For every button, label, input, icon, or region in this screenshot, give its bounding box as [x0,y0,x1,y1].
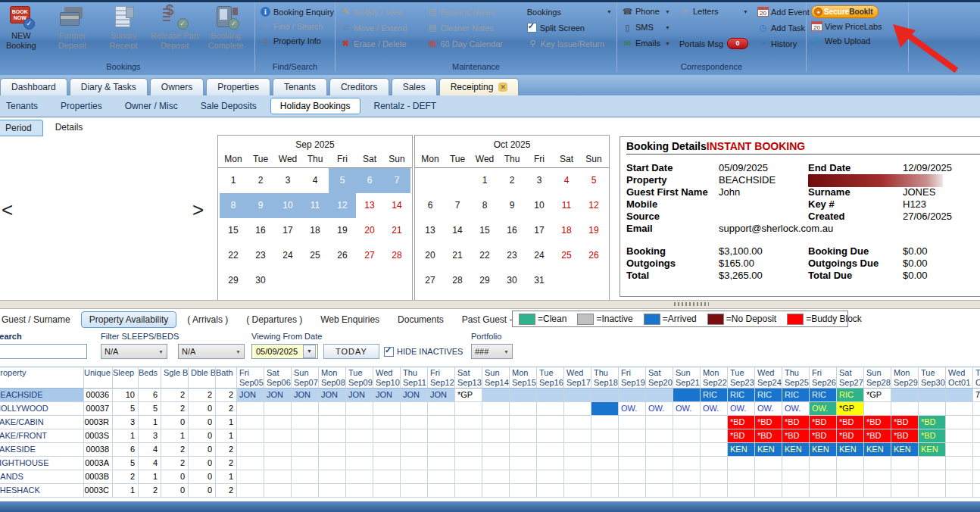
grid-booking-cell[interactable] [646,470,673,484]
grid-booking-cell[interactable]: OW. [782,402,810,416]
grid-booking-cell[interactable] [482,429,510,443]
grid-booking-cell[interactable] [455,416,482,429]
grid-header-date-oct02[interactable]: ThuOct02 [973,367,980,389]
grid-booking-cell[interactable] [864,402,891,416]
calendar-day[interactable]: 30 [247,268,274,293]
grid-booking-cell[interactable] [591,429,619,443]
calendar-day[interactable]: 15 [220,218,247,243]
grid-booking-cell[interactable] [701,416,728,429]
grid-header-sleep[interactable]: Sleep [113,367,139,389]
property-name-cell[interactable]: BEACHSIDE [0,389,84,402]
grid-booking-cell[interactable] [946,402,973,416]
grid-booking-cell[interactable]: KEN [782,443,810,457]
grid-booking-cell[interactable]: JON [401,389,428,402]
grid-row-lake-cabin[interactable]: LAKE/CABIN0003R31001*BD*BD*BD*BD*BD*BD*B… [0,416,980,429]
grid-booking-cell[interactable] [564,416,591,429]
calendar-day[interactable]: 28 [383,243,410,268]
grid-booking-cell[interactable] [564,470,591,484]
grid-booking-cell[interactable] [946,416,973,429]
add-task-button[interactable]: ◷ Add Task [757,21,804,34]
grid-booking-cell[interactable] [401,443,428,457]
grid-booking-cell[interactable]: JON [428,389,455,402]
grid-booking-cell[interactable]: *BD [810,416,837,429]
calendar-day[interactable]: 7 [444,193,471,218]
grid-booking-cell[interactable] [510,484,537,498]
portals-msg-button[interactable]: Portals Msg 0 [679,37,748,50]
grid-booking-cell[interactable] [537,389,564,402]
grid-booking-cell[interactable]: OW. [646,402,673,416]
grid-booking-cell[interactable] [810,484,837,498]
subtab-holiday-bookings[interactable]: Holiday Bookings [270,98,360,114]
grid-booking-cell[interactable] [919,470,946,484]
grid-header-date-sep14[interactable]: SunSep14 [482,367,510,389]
grid-booking-cell[interactable] [510,402,537,416]
calendar-day[interactable]: 20 [417,243,444,268]
calendar-day[interactable]: 29 [220,268,247,293]
grid-booking-cell[interactable] [728,457,755,470]
grid-booking-cell[interactable] [537,457,564,470]
calendar-day[interactable]: 11 [301,193,329,218]
grid-header-date-sep09[interactable]: TueSep09 [346,367,373,389]
grid-header-date-sep30[interactable]: TueSep30 [919,367,946,389]
grid-header-date-sep26[interactable]: FriSep26 [810,367,837,389]
grid-booking-cell[interactable] [946,484,973,498]
grid-header-sgle-bed[interactable]: Sgle Bed [161,367,189,389]
calendar-day[interactable]: 21 [383,218,410,243]
grid-booking-cell[interactable]: OW. [619,402,646,416]
grid-booking-cell[interactable] [319,429,346,443]
grid-booking-cell[interactable] [264,470,292,484]
calendar-day[interactable]: 9 [498,193,526,218]
grid-booking-cell[interactable]: JON [292,389,319,402]
grid-booking-cell[interactable] [264,484,292,498]
calendar-day[interactable]: 1 [471,168,498,193]
property-info-button[interactable]: ⌂ Property Info [260,34,330,47]
grid-booking-cell[interactable] [646,484,673,498]
grid-booking-cell[interactable] [973,402,980,416]
grid-booking-cell[interactable] [510,470,537,484]
grid-row-lakeside[interactable]: LAKESIDE0003864202KENKENKENKENKENKENKENK… [0,443,980,457]
grid-booking-cell[interactable] [510,429,537,443]
portfolio-dropdown[interactable]: ###▼ [471,344,513,359]
calendar-day[interactable]: 8 [220,193,247,218]
grid-booking-cell[interactable]: OW. [673,402,701,416]
grid-booking-cell[interactable] [401,484,428,498]
grid-booking-cell[interactable] [646,429,673,443]
grid-booking-cell[interactable] [619,389,646,402]
grid-booking-cell[interactable] [564,484,591,498]
grid-booking-cell[interactable] [755,484,782,498]
beds-filter-dropdown[interactable]: N/A▼ [178,344,245,359]
grid-booking-cell[interactable] [264,416,292,429]
grid-booking-cell[interactable] [701,470,728,484]
web-upload-button[interactable]: ⊕ Web Upload [811,34,904,47]
phone-button[interactable]: ☎Phone ▼ [622,5,670,18]
grid-booking-cell[interactable] [428,457,455,470]
new-booking-button[interactable]: BOOKNOW✓ NEW Booking [0,4,47,58]
grid-booking-cell[interactable] [919,389,946,402]
grid-booking-cell[interactable] [292,443,319,457]
erase-delete-button[interactable]: ✖ Erase / Delete [340,37,417,50]
calendar-day[interactable]: 5 [580,168,607,193]
grid-booking-cell[interactable] [292,402,319,416]
calendar-day[interactable]: 18 [301,218,329,243]
grid-booking-cell[interactable] [755,457,782,470]
grid-booking-cell[interactable] [782,457,810,470]
grid-booking-cell[interactable] [264,429,292,443]
view-pricelabs-button[interactable]: 20 View PriceLabs [811,20,904,33]
grid-header-date-sep07[interactable]: SunSep07 [292,367,319,389]
calendar-day[interactable]: 25 [301,243,329,268]
calendar-day[interactable]: 8 [471,193,498,218]
grid-booking-cell[interactable] [591,416,619,429]
calendar-day[interactable]: 19 [329,218,356,243]
grid-booking-cell[interactable] [346,484,373,498]
grid-booking-cell[interactable] [864,484,891,498]
release-part-deposit-button[interactable]: $✓ Release Part Deposit [149,4,201,58]
add-event-button[interactable]: 20 Add Event [757,5,804,18]
emails-button[interactable]: ✉Emails ▼ [622,37,670,50]
grid-booking-cell[interactable]: OW. [728,402,755,416]
grid-booking-cell[interactable] [673,429,701,443]
calendar-day[interactable]: 10 [526,193,553,218]
calendar-day[interactable]: 14 [383,193,410,218]
grid-booking-cell[interactable] [264,457,292,470]
property-name-cell[interactable]: HOLLYWOOD [0,402,84,416]
calendar-day[interactable]: 11 [553,193,580,218]
